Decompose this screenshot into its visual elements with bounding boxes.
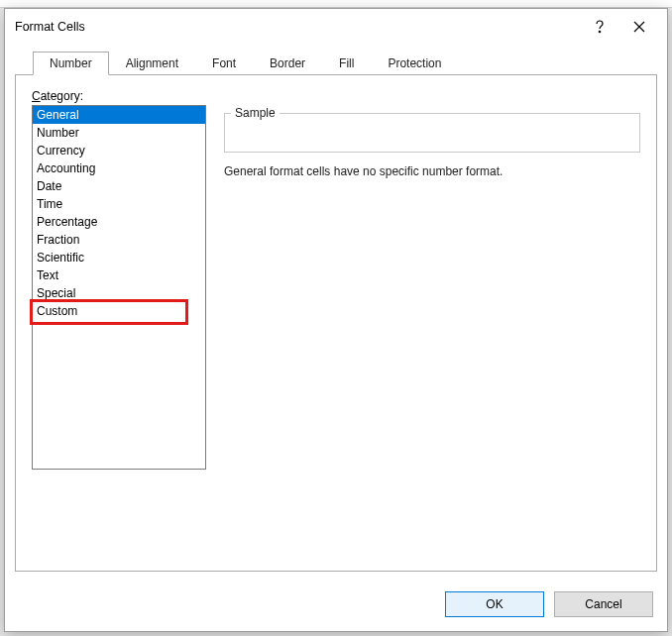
titlebar: Format Cells bbox=[5, 9, 667, 45]
list-item[interactable]: Time bbox=[33, 195, 205, 213]
tab-protection[interactable]: Protection bbox=[371, 52, 458, 75]
sample-legend: Sample bbox=[231, 106, 280, 120]
right-column: Sample General format cells have no spec… bbox=[224, 105, 640, 481]
tab-border[interactable]: Border bbox=[253, 52, 322, 75]
tabstrip: Number Alignment Font Border Fill Protec… bbox=[33, 52, 657, 75]
cancel-button[interactable]: Cancel bbox=[554, 591, 653, 617]
list-item[interactable]: Currency bbox=[33, 142, 205, 159]
list-item[interactable]: Scientific bbox=[33, 249, 205, 266]
list-item[interactable]: Number bbox=[33, 124, 205, 142]
svg-point-0 bbox=[599, 31, 601, 33]
tab-font[interactable]: Font bbox=[195, 52, 253, 75]
list-item[interactable]: Accounting bbox=[33, 159, 205, 177]
list-item[interactable]: Date bbox=[33, 177, 205, 195]
list-item[interactable]: Percentage bbox=[33, 213, 205, 231]
close-button[interactable] bbox=[619, 13, 659, 41]
ok-button[interactable]: OK bbox=[445, 591, 544, 617]
sample-box: Sample bbox=[224, 113, 640, 153]
list-item[interactable]: Custom bbox=[33, 302, 205, 320]
list-item[interactable]: General bbox=[33, 106, 205, 124]
tab-number[interactable]: Number bbox=[33, 52, 109, 75]
dialog-title: Format Cells bbox=[15, 20, 580, 34]
category-listbox[interactable]: GeneralNumberCurrencyAccountingDateTimeP… bbox=[32, 105, 206, 470]
button-bar: OK Cancel bbox=[5, 582, 667, 631]
tab-fill[interactable]: Fill bbox=[322, 52, 371, 75]
help-button[interactable] bbox=[580, 13, 619, 41]
list-item[interactable]: Text bbox=[33, 266, 205, 284]
tab-alignment[interactable]: Alignment bbox=[109, 52, 195, 75]
background-sheet bbox=[0, 0, 672, 8]
list-item[interactable]: Fraction bbox=[33, 231, 205, 249]
tab-panel-number: Category: GeneralNumberCurrencyAccountin… bbox=[15, 74, 657, 572]
format-cells-dialog: Format Cells Number Alignment Font Borde… bbox=[4, 8, 668, 632]
format-description: General format cells have no specific nu… bbox=[224, 164, 640, 178]
category-label: Category: bbox=[32, 89, 640, 103]
list-item[interactable]: Special bbox=[33, 284, 205, 302]
